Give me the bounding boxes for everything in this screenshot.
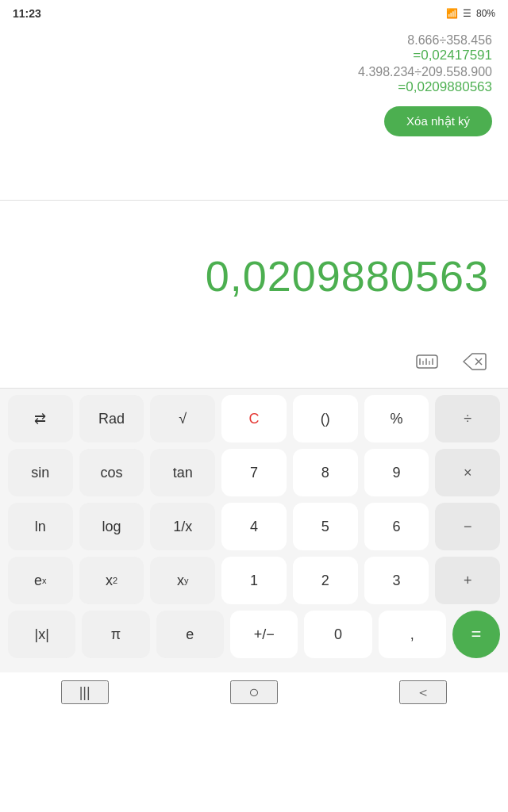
swap-button[interactable]: ⇄: [8, 395, 73, 442]
five-button[interactable]: 5: [293, 503, 358, 550]
ln-button[interactable]: ln: [8, 503, 73, 550]
nav-home-button[interactable]: ○: [230, 680, 278, 704]
parentheses-button[interactable]: (): [293, 395, 358, 442]
history-entry-2: 4.398.234÷209.558.900 =0,0209880563: [358, 65, 492, 95]
exp-button[interactable]: ex: [8, 557, 73, 604]
nine-button[interactable]: 9: [364, 449, 429, 496]
two-button[interactable]: 2: [293, 557, 358, 604]
history-result-1: =0,02417591: [407, 48, 492, 63]
one-button[interactable]: 1: [221, 557, 287, 604]
eight-button[interactable]: 8: [293, 449, 358, 496]
battery-label: 80%: [476, 8, 495, 19]
history-expression-2: 4.398.234÷209.558.900: [358, 65, 492, 79]
nav-recent-label: ＜: [416, 683, 430, 702]
clear-history-button[interactable]: Xóa nhật ký: [384, 106, 492, 136]
tan-button[interactable]: tan: [150, 449, 215, 496]
nav-back-label: |||: [79, 684, 90, 701]
pi-button[interactable]: π: [82, 611, 149, 658]
seven-button[interactable]: 7: [221, 449, 287, 496]
add-button[interactable]: +: [435, 557, 500, 604]
key-row-1: ⇄ Rad √ C () % ÷: [8, 395, 500, 442]
abs-button[interactable]: |x|: [8, 611, 75, 658]
three-button[interactable]: 3: [364, 557, 429, 604]
clear-button[interactable]: C: [221, 395, 287, 442]
log-button[interactable]: log: [79, 503, 144, 550]
divide-button[interactable]: ÷: [435, 395, 500, 442]
negate-button[interactable]: +/−: [230, 611, 298, 658]
status-bar: 11:23 📶 ☰ 80%: [0, 0, 508, 25]
status-icons: 📶 ☰ 80%: [446, 8, 495, 19]
six-button[interactable]: 6: [364, 503, 429, 550]
power-button[interactable]: xy: [150, 557, 215, 604]
decimal-button[interactable]: ,: [379, 611, 446, 658]
euler-button[interactable]: e: [156, 611, 224, 658]
sin-button[interactable]: sin: [8, 449, 73, 496]
key-row-5: |x| π e +/− 0 , =: [8, 611, 500, 658]
history-expression-1: 8.666÷358.456: [407, 33, 492, 48]
nav-back-button[interactable]: |||: [61, 680, 109, 704]
zero-button[interactable]: 0: [304, 611, 371, 658]
signal-icon: ☰: [463, 8, 471, 19]
main-display: 0,0209880563: [0, 201, 508, 343]
percent-button[interactable]: %: [364, 395, 429, 442]
subtract-button[interactable]: −: [435, 503, 500, 550]
sqrt-button[interactable]: √: [150, 395, 215, 442]
rad-button[interactable]: Rad: [79, 395, 144, 442]
status-time: 11:23: [13, 7, 41, 20]
nav-home-label: ○: [248, 682, 259, 703]
nav-recent-button[interactable]: ＜: [399, 680, 447, 704]
wifi-icon: 📶: [446, 8, 458, 19]
key-row-2: sin cos tan 7 8 9 ×: [8, 449, 500, 496]
cos-button[interactable]: cos: [79, 449, 144, 496]
main-value: 0,0209880563: [206, 251, 489, 301]
key-row-3: ln log 1/x 4 5 6 −: [8, 503, 500, 550]
nav-bar: ||| ○ ＜: [0, 672, 508, 715]
key-row-4: ex x2 xy 1 2 3 +: [8, 557, 500, 604]
keyboard-section: ⇄ Rad √ C () % ÷ sin cos tan 7 8 9 × ln …: [0, 388, 508, 672]
input-row: [0, 343, 508, 388]
multiply-button[interactable]: ×: [435, 449, 500, 496]
history-area: 8.666÷358.456 =0,02417591 4.398.234÷209.…: [0, 25, 508, 200]
reciprocal-button[interactable]: 1/x: [150, 503, 215, 550]
history-entry-1: 8.666÷358.456 =0,02417591: [407, 33, 492, 63]
history-result-2: =0,0209880563: [358, 79, 492, 95]
four-button[interactable]: 4: [221, 503, 287, 550]
backspace-button[interactable]: [457, 344, 492, 379]
ruler-icon-button[interactable]: [410, 344, 444, 379]
equals-button[interactable]: =: [452, 611, 500, 658]
square-button[interactable]: x2: [79, 557, 144, 604]
